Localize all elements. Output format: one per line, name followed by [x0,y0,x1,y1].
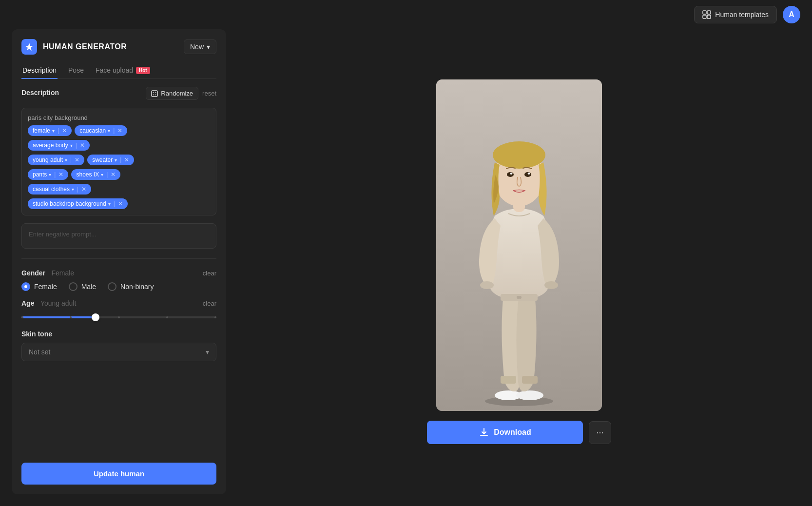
slider-tick [166,316,168,318]
top-bar: Human templates A [0,0,812,29]
chevron-down-icon: ▾ [207,43,210,51]
tag-caucasian[interactable]: caucasian ▾ | ✕ [75,125,127,136]
skin-tone-label: Skin tone [21,330,216,338]
tags-row-6: studio backdrop background ▾ | ✕ [28,198,210,209]
panel-title: HUMAN GENERATOR [43,42,127,51]
close-icon[interactable]: ✕ [118,201,123,207]
radio-male-circle [69,282,77,291]
close-icon[interactable]: ✕ [62,128,67,134]
description-box: paris city background female ▾ | ✕ cauca… [21,108,216,215]
description-label: Description [21,89,59,97]
chevron-down-icon: ▾ [108,128,110,134]
age-section-row: Age Young adult clear [21,299,216,308]
svg-point-23 [510,173,513,175]
gender-value: Female [51,269,74,277]
tab-face-upload[interactable]: Face upload Hot [95,62,151,79]
tab-description[interactable]: Description [21,62,58,79]
close-icon[interactable]: ✕ [75,157,79,163]
svg-point-6 [153,92,154,93]
slider-track [21,316,216,318]
new-dropdown-button[interactable]: New ▾ [184,39,216,54]
age-value: Young adult [40,299,76,307]
chevron-down-icon: ▾ [52,128,55,134]
close-icon[interactable]: ✕ [111,172,116,177]
chevron-down-icon: ▾ [108,201,111,207]
tags-row-4: pants ▾ | ✕ shoes IX ▾ | ✕ [28,169,210,180]
negative-prompt-input[interactable]: Enter negative prompt... [21,223,216,249]
tag-casual-clothes[interactable]: casual clothes ▾ | ✕ [28,184,91,195]
radio-male[interactable]: Male [69,282,96,291]
close-icon[interactable]: ✕ [124,157,129,163]
chevron-down-icon: ▾ [101,172,103,177]
gender-radio-group: Female Male Non-binary [21,282,216,291]
close-icon[interactable]: ✕ [58,172,63,177]
gender-clear-button[interactable]: clear [203,270,216,277]
right-panel: Download ··· [238,29,800,494]
slider-tick [70,316,72,318]
radio-female[interactable]: Female [21,282,57,291]
svg-point-27 [519,296,522,299]
tab-pose[interactable]: Pose [67,62,85,79]
prompt-text: paris city background [28,114,210,121]
chevron-down-icon: ▾ [49,172,51,177]
tag-young-adult[interactable]: young adult ▾ | ✕ [28,155,84,165]
chevron-down-icon: ▾ [206,348,209,356]
slider-tick [118,316,120,318]
skin-tone-section: Skin tone Not set ▾ [21,330,216,361]
svg-rect-15 [522,376,538,384]
svg-rect-5 [152,91,157,97]
gender-section-row: Gender Female clear [21,269,216,277]
download-row: Download ··· [427,421,611,444]
svg-rect-0 [703,11,706,14]
divider [21,258,216,259]
tag-sweater[interactable]: sweater ▾ | ✕ [87,155,134,165]
age-clear-button[interactable]: clear [203,300,216,307]
grid-icon [702,10,711,19]
svg-point-13 [516,390,543,400]
svg-rect-2 [703,15,706,19]
svg-rect-1 [707,11,711,14]
download-icon [479,428,489,437]
tags-row-3: young adult ▾ | ✕ sweater ▾ | ✕ [28,155,210,165]
left-panel: HUMAN GENERATOR New ▾ Description Pose F… [12,29,226,494]
tags-row-1: female ▾ | ✕ caucasian ▾ | ✕ [28,125,210,136]
chevron-down-icon: ▾ [115,157,117,163]
svg-point-20 [493,141,545,169]
tags-row-5: casual clothes ▾ | ✕ [28,184,210,195]
tag-pants[interactable]: pants ▾ | ✕ [28,169,68,180]
tags-row-2: average body ▾ | ✕ [28,140,210,151]
update-human-button[interactable]: Update human [21,463,216,485]
ellipsis-icon: ··· [596,428,603,438]
close-icon[interactable]: ✕ [80,142,85,148]
tag-studio-backdrop[interactable]: studio backdrop background ▾ | ✕ [28,198,128,209]
age-slider[interactable] [21,312,216,322]
human-templates-button[interactable]: Human templates [694,6,777,23]
radio-nonbinary[interactable]: Non-binary [108,282,154,291]
download-button[interactable]: Download [427,421,583,444]
tag-average-body[interactable]: average body ▾ | ✕ [28,140,90,151]
randomize-button[interactable]: Randomize [146,87,198,100]
svg-point-24 [528,173,530,175]
svg-point-17 [544,281,558,289]
radio-female-circle [21,282,30,291]
tabs-container: Description Pose Face upload Hot [21,62,216,79]
svg-rect-3 [707,15,711,19]
avatar: A [783,6,800,23]
svg-point-22 [524,172,531,177]
chevron-down-icon: ▾ [70,143,73,148]
svg-marker-4 [25,43,33,51]
human-templates-label: Human templates [715,11,769,19]
close-icon[interactable]: ✕ [81,186,86,192]
gender-section: Gender Female clear Female Male Non-bina… [21,269,216,291]
skin-tone-dropdown[interactable]: Not set ▾ [21,343,216,361]
more-options-button[interactable]: ··· [589,421,611,444]
chevron-down-icon: ▾ [65,157,67,163]
slider-tick [21,316,23,318]
model-image-container [436,79,602,411]
logo-icon [21,39,37,55]
tag-female[interactable]: female ▾ | ✕ [28,125,72,136]
gender-label: Gender [21,269,45,277]
tag-shoes[interactable]: shoes IX ▾ | ✕ [71,169,120,180]
close-icon[interactable]: ✕ [117,128,122,134]
reset-button[interactable]: reset [202,90,216,97]
